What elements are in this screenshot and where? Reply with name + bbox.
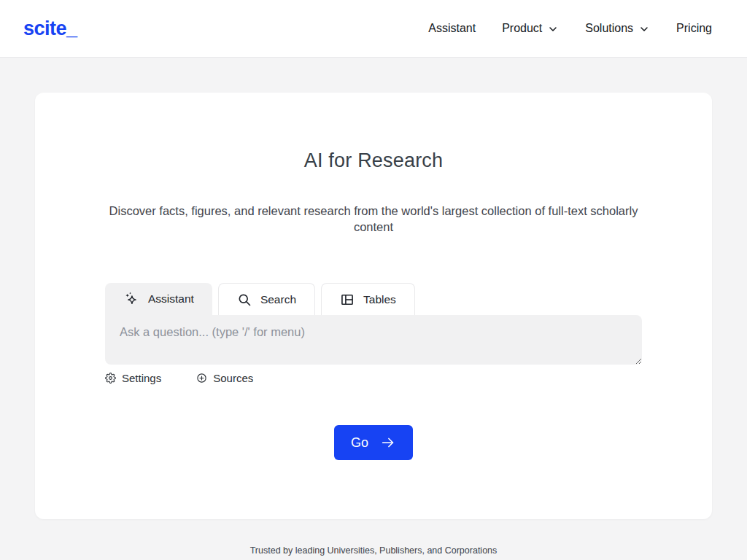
nav-item-label: Solutions bbox=[585, 22, 633, 35]
question-options: Settings Sources bbox=[105, 372, 642, 384]
settings-button[interactable]: Settings bbox=[105, 372, 161, 384]
tab-label: Search bbox=[260, 293, 296, 306]
sparkle-icon bbox=[123, 291, 139, 307]
chevron-down-icon bbox=[547, 22, 559, 35]
tab-tables[interactable]: Tables bbox=[321, 283, 415, 315]
page-subtitle: Discover facts, figures, and relevant re… bbox=[107, 203, 640, 235]
nav-item-product[interactable]: Product bbox=[502, 22, 559, 35]
go-row: Go bbox=[105, 425, 642, 460]
nav-item-assistant[interactable]: Assistant bbox=[428, 22, 476, 35]
ask-area: Assistant Search Tables bbox=[105, 283, 642, 384]
assistant-card: AI for Research Discover facts, figures,… bbox=[35, 93, 712, 519]
mode-tabs: Assistant Search Tables bbox=[105, 283, 642, 315]
scite-logo[interactable]: scite_ bbox=[23, 18, 77, 40]
settings-label: Settings bbox=[122, 372, 161, 384]
chevron-down-icon bbox=[638, 22, 650, 35]
top-nav: scite_ Assistant Product Solutions Prici… bbox=[0, 0, 747, 58]
nav-item-label: Product bbox=[502, 22, 542, 35]
sources-label: Sources bbox=[213, 372, 253, 384]
nav-item-solutions[interactable]: Solutions bbox=[585, 22, 650, 35]
arrow-right-icon bbox=[380, 435, 396, 451]
tab-assistant[interactable]: Assistant bbox=[105, 283, 212, 315]
question-input[interactable] bbox=[105, 315, 642, 365]
search-icon bbox=[237, 292, 252, 307]
tab-search[interactable]: Search bbox=[218, 283, 315, 315]
go-button-label: Go bbox=[351, 435, 368, 451]
sources-button[interactable]: Sources bbox=[196, 372, 253, 384]
gear-icon bbox=[105, 373, 116, 384]
tab-label: Tables bbox=[363, 293, 396, 306]
nav-item-label: Pricing bbox=[676, 22, 712, 35]
tab-label: Assistant bbox=[148, 292, 194, 306]
plus-circle-icon bbox=[196, 373, 207, 384]
nav-item-label: Assistant bbox=[428, 22, 476, 35]
trusted-by-text: Trusted by leading Universities, Publish… bbox=[0, 545, 747, 556]
nav-item-pricing[interactable]: Pricing bbox=[676, 22, 712, 35]
go-button[interactable]: Go bbox=[334, 425, 413, 460]
table-icon bbox=[340, 292, 355, 307]
page-title: AI for Research bbox=[105, 149, 642, 172]
main-nav: Assistant Product Solutions Pricing bbox=[428, 22, 712, 35]
